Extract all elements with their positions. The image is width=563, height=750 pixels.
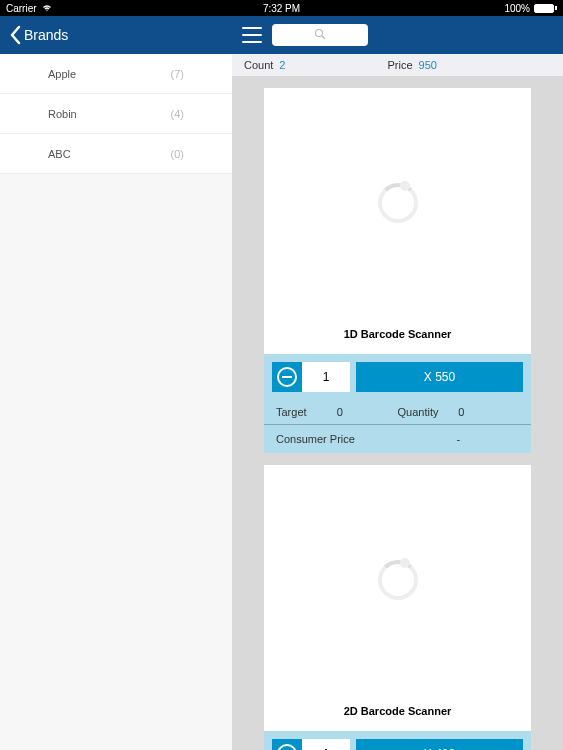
quantity-input[interactable]: 1 (302, 739, 350, 750)
brand-item[interactable]: ABC (0) (0, 134, 232, 174)
product-card: 2D Barcode Scanner 1 X 400 (264, 465, 531, 750)
target-label: Target (276, 406, 337, 418)
content-pane: Count 2 Price 950 1D Barcode Scanner 1 X… (232, 16, 563, 750)
minus-icon (277, 744, 297, 750)
brand-label: ABC (48, 148, 71, 160)
price-label: Price (387, 59, 412, 71)
product-title: 2D Barcode Scanner (264, 695, 531, 731)
product-card: 1D Barcode Scanner 1 X 550 Target 0 Quan… (264, 88, 531, 453)
brand-count: (0) (171, 148, 184, 160)
consumer-price-label: Consumer Price (276, 433, 398, 445)
product-image (264, 465, 531, 695)
product-title: 1D Barcode Scanner (264, 318, 531, 354)
brand-label: Apple (48, 68, 76, 80)
menu-icon[interactable] (242, 27, 262, 43)
sidebar-title: Brands (24, 27, 68, 43)
product-action-row: 1 X 400 (264, 731, 531, 750)
sidebar: Brands Apple (7) Robin (4) ABC (0) (0, 16, 232, 750)
consumer-price-row: Consumer Price - (264, 425, 531, 453)
sidebar-header[interactable]: Brands (0, 16, 232, 54)
brand-count: (7) (171, 68, 184, 80)
status-time: 7:32 PM (263, 3, 300, 14)
summary-bar: Count 2 Price 950 (232, 54, 563, 76)
svg-point-0 (316, 29, 323, 36)
status-bar: Carrier 7:32 PM 100% (0, 0, 563, 16)
decrement-button[interactable] (272, 362, 302, 392)
wifi-icon (41, 3, 53, 14)
decrement-button[interactable] (272, 739, 302, 750)
loading-spinner-icon (378, 183, 418, 223)
consumer-price-value: - (398, 433, 520, 445)
carrier-label: Carrier (6, 3, 37, 14)
brand-item[interactable]: Robin (4) (0, 94, 232, 134)
price-value: 950 (419, 59, 437, 71)
battery-percent: 100% (504, 3, 530, 14)
back-chevron-icon[interactable] (8, 25, 22, 45)
search-icon (314, 28, 326, 43)
brand-list: Apple (7) Robin (4) ABC (0) (0, 54, 232, 174)
quantity-input[interactable]: 1 (302, 362, 350, 392)
battery-icon (534, 4, 557, 13)
brand-item[interactable]: Apple (7) (0, 54, 232, 94)
svg-line-1 (322, 36, 325, 39)
loading-spinner-icon (378, 560, 418, 600)
content-header (232, 16, 563, 54)
product-scroll[interactable]: 1D Barcode Scanner 1 X 550 Target 0 Quan… (232, 76, 563, 750)
minus-icon (277, 367, 297, 387)
count-label: Count (244, 59, 273, 71)
brand-count: (4) (171, 108, 184, 120)
brand-label: Robin (48, 108, 77, 120)
price-button[interactable]: X 550 (356, 362, 523, 392)
quantity-value: 0 (458, 406, 519, 418)
target-value: 0 (337, 406, 398, 418)
quantity-label: Quantity (398, 406, 459, 418)
product-action-row: 1 X 550 (264, 354, 531, 400)
price-button[interactable]: X 400 (356, 739, 523, 750)
product-image (264, 88, 531, 318)
count-value: 2 (279, 59, 285, 71)
search-input[interactable] (272, 24, 368, 46)
product-stats: Target 0 Quantity 0 (264, 400, 531, 425)
